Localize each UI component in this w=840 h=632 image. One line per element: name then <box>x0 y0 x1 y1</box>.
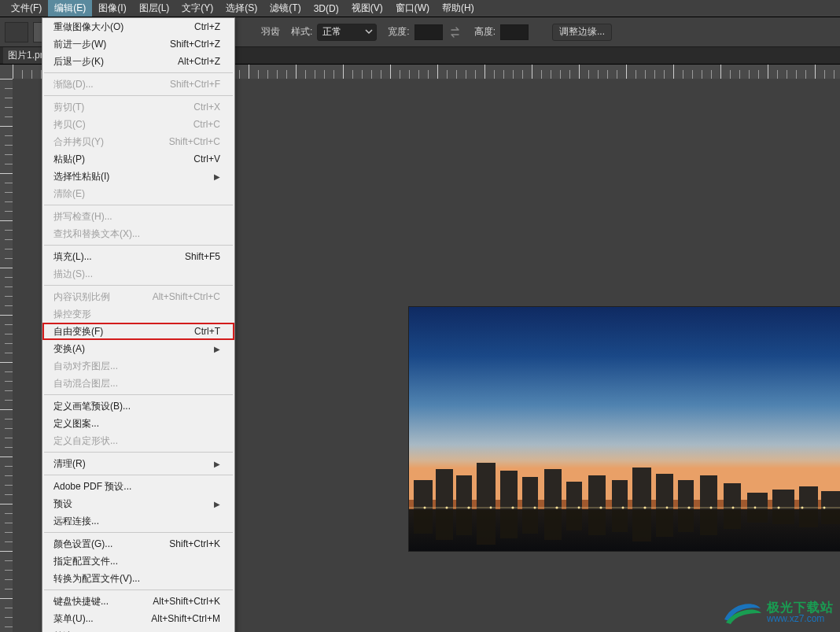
menu-item[interactable]: 后退一步(K)Alt+Ctrl+Z <box>42 53 234 70</box>
svg-rect-59 <box>799 510 818 527</box>
menu-select[interactable]: 选择(S) <box>219 0 263 17</box>
svg-point-36 <box>710 507 713 509</box>
svg-rect-49 <box>566 510 582 530</box>
menu-edit[interactable]: 编辑(E) <box>48 0 92 17</box>
active-tool-swatch[interactable] <box>5 22 28 43</box>
menu-item[interactable]: 定义图案... <box>42 415 234 432</box>
chevron-right-icon: ▶ <box>214 500 220 508</box>
menu-item[interactable]: 变换(A)▶ <box>42 340 234 357</box>
menu-item[interactable]: 键盘快捷键...Alt+Shift+Ctrl+K <box>42 593 234 610</box>
menu-window[interactable]: 窗口(W) <box>389 0 436 17</box>
menu-item-label: 菜单(U)... <box>53 612 94 626</box>
menu-item-label: 粘贴(P) <box>53 153 85 166</box>
menu-item-label: 清理(R) <box>53 457 86 471</box>
menu-item-label: 渐隐(D)... <box>53 78 94 91</box>
menu-item: 渐隐(D)...Shift+Ctrl+F <box>42 76 234 93</box>
menu-item: 内容识别比例Alt+Shift+Ctrl+C <box>42 288 234 305</box>
menu-item[interactable]: 粘贴(P)Ctrl+V <box>42 150 234 168</box>
menu-item[interactable]: 清理(R)▶ <box>42 455 234 472</box>
menu-label: 视图(V) <box>352 2 383 15</box>
menu-item-label: 清除(E) <box>53 187 85 201</box>
chevron-right-icon: ▶ <box>214 460 220 468</box>
menu-item-label: 自动混合图层... <box>53 377 118 390</box>
menu-item[interactable]: 转换为配置文件(V)... <box>42 570 234 587</box>
menu-help[interactable]: 帮助(H) <box>436 0 481 17</box>
menu-separator <box>44 475 233 475</box>
svg-rect-43 <box>436 510 453 540</box>
menu-item-shortcut: Shift+Ctrl+C <box>169 136 220 147</box>
menu-item-shortcut: Ctrl+T <box>194 326 220 337</box>
menu-item[interactable]: 颜色设置(G)...Shift+Ctrl+K <box>42 535 234 553</box>
menu-item[interactable]: 选择性粘贴(I)▶ <box>42 168 234 185</box>
menu-item-label: 转换为配置文件(V)... <box>53 572 140 586</box>
menu-label: 编辑(E) <box>54 2 86 15</box>
svg-point-39 <box>778 507 780 509</box>
menu-label: 选择(S) <box>226 2 257 15</box>
menu-item: 自动对齐图层... <box>42 357 234 375</box>
svg-rect-45 <box>477 510 496 545</box>
menu-type[interactable]: 文字(Y) <box>175 0 219 17</box>
menu-view[interactable]: 视图(V) <box>345 0 389 17</box>
svg-rect-13 <box>632 468 651 509</box>
svg-point-31 <box>599 506 602 508</box>
svg-rect-19 <box>772 490 794 509</box>
document-image[interactable] <box>409 307 840 551</box>
svg-rect-22 <box>409 507 840 508</box>
menu-item-label: 自由变换(F) <box>53 325 103 338</box>
menu-separator <box>44 394 233 395</box>
menu-item: 描边(S)... <box>42 265 234 283</box>
menu-item-label: 内容识别比例 <box>53 290 110 304</box>
menu-item-label: 定义画笔预设(B)... <box>53 400 131 413</box>
menu-item-label: 变换(A) <box>53 342 85 356</box>
svg-rect-15 <box>678 480 694 509</box>
svg-rect-12 <box>612 480 628 509</box>
menu-item[interactable]: 菜单(U)...Alt+Shift+Ctrl+M <box>42 610 234 627</box>
menu-item-shortcut: Shift+Ctrl+Z <box>170 39 220 50</box>
menu-item[interactable]: 填充(L)...Shift+F5 <box>42 248 234 265</box>
menu-item[interactable]: Adobe PDF 预设... <box>42 478 234 495</box>
menu-item[interactable]: 指定配置文件... <box>42 553 234 570</box>
menu-filter[interactable]: 滤镜(T) <box>263 0 307 17</box>
refine-edge-button[interactable]: 调整边缘... <box>552 24 612 41</box>
svg-rect-48 <box>544 510 562 540</box>
menu-item-label: 拼写检查(H)... <box>53 210 112 224</box>
menu-item[interactable]: 首选项(N)▶ <box>42 627 234 632</box>
style-select-value: 正常 <box>322 25 341 39</box>
svg-rect-21 <box>821 491 840 509</box>
menubar: 文件(F) 编辑(E) 图像(I) 图层(L) 文字(Y) 选择(S) 滤镜(T… <box>0 0 840 17</box>
svg-point-34 <box>666 507 669 509</box>
menu-3d[interactable]: 3D(D) <box>308 0 345 17</box>
svg-point-32 <box>622 507 624 509</box>
svg-rect-53 <box>656 510 673 537</box>
svg-rect-51 <box>612 510 628 532</box>
svg-rect-10 <box>566 482 582 509</box>
menu-item[interactable]: 预设▶ <box>42 495 234 512</box>
menu-item[interactable]: 前进一步(W)Shift+Ctrl+Z <box>42 35 234 53</box>
menu-layer[interactable]: 图层(L) <box>133 0 176 17</box>
width-label: 宽度: <box>388 25 409 39</box>
menu-item: 清除(E) <box>42 185 234 202</box>
style-select[interactable]: 正常 <box>317 24 377 41</box>
width-input[interactable] <box>414 24 443 40</box>
menu-image[interactable]: 图像(I) <box>92 0 132 17</box>
menu-item[interactable]: 重做图像大小(O)Ctrl+Z <box>42 18 234 35</box>
height-input[interactable] <box>500 24 529 40</box>
menu-item-shortcut: Ctrl+X <box>193 102 220 113</box>
menu-file[interactable]: 文件(F) <box>5 0 48 17</box>
swap-icon[interactable] <box>448 24 463 40</box>
document-tab-label: 图片1.pn <box>8 49 45 62</box>
menu-item[interactable]: 自由变换(F)Ctrl+T <box>42 323 234 340</box>
svg-rect-9 <box>544 469 562 509</box>
svg-rect-50 <box>588 510 606 535</box>
menu-item-label: 指定配置文件... <box>53 555 118 568</box>
menu-separator <box>44 95 233 96</box>
menu-item: 自动混合图层... <box>42 375 234 392</box>
svg-point-23 <box>424 507 426 509</box>
menu-item-label: 预设 <box>53 497 72 511</box>
menu-item[interactable]: 定义画笔预设(B)... <box>42 397 234 415</box>
menu-item-label: 合并拷贝(Y) <box>53 135 104 149</box>
svg-point-25 <box>467 506 470 508</box>
svg-rect-55 <box>700 510 717 535</box>
menu-item[interactable]: 远程连接... <box>42 512 234 530</box>
svg-rect-57 <box>747 510 768 523</box>
